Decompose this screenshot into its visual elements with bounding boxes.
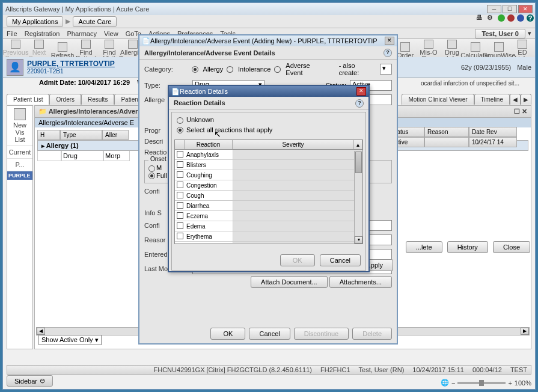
dialog1-cancel-button[interactable]: Cancel [249,328,290,340]
tab-next-icon[interactable]: ▶ [521,94,531,105]
print-icon[interactable]: 🖶 [476,14,485,22]
dialog1-close-icon[interactable]: ✕ [385,37,394,45]
severity-dropdown[interactable] [233,221,362,231]
reaction-th-name[interactable]: Reaction [185,140,233,149]
menu-registration[interactable]: Registration [25,30,60,37]
status-th-reason[interactable]: Reason [424,127,469,137]
dialog2-cancel-button[interactable]: Cancel [320,254,361,266]
zoom-out-icon[interactable]: − [451,379,455,387]
allergy-th-type[interactable]: Type [60,130,102,140]
tab-prev-icon[interactable]: ◀ [510,94,521,105]
sidebar-p[interactable]: P... [7,159,32,171]
scroll-right-icon[interactable]: ▶ [521,328,529,335]
reaction-row[interactable]: Anaphylaxis [175,150,362,160]
dialog1-help-icon[interactable]: ? [384,49,392,57]
attachments-button[interactable]: Attachments... [329,276,392,288]
onset-radio-full[interactable] [148,173,155,179]
dialog1-titlebar[interactable]: 📄 Allergy/Intolerance/Adverse Event (Add… [139,35,397,46]
reaction-row[interactable]: Congestion [175,180,362,191]
dropdown-icon[interactable]: ▾ [528,29,531,37]
delete-button[interactable]: ...lete [406,241,442,253]
reaction-row[interactable]: Blisters [175,160,362,170]
maximize-button[interactable]: ☐ [503,5,517,13]
also-create-dropdown[interactable]: ▾ [380,64,392,75]
attach-document-button[interactable]: Attach Document... [251,276,328,288]
reaction-scroll-up-icon[interactable]: ▴ [354,140,362,149]
menu-pharmacy[interactable]: Pharmacy [67,30,97,37]
radio-select-all[interactable] [177,127,183,133]
radio-unknown[interactable] [177,117,183,124]
radio-adverse-event[interactable] [274,66,281,73]
reaction-row[interactable]: Edema [175,221,362,231]
patient-name[interactable]: PURPLE, TTRTERTOVTIP [27,60,115,68]
dialog2-help-icon[interactable]: ? [355,99,364,108]
radio-allergy[interactable] [192,66,198,73]
reaction-row[interactable]: Eczema [175,211,362,221]
severity-dropdown[interactable] [233,180,362,190]
severity-dropdown[interactable] [233,191,362,200]
dialog2-titlebar[interactable]: 📄 Reaction Details ✕ [169,86,368,97]
reaction-checkbox[interactable] [177,222,183,229]
reaction-checkbox[interactable] [177,171,183,178]
status-green-icon[interactable] [498,14,505,22]
status-th-date[interactable]: Date Rev [469,127,517,137]
reaction-row[interactable]: Erythema [175,231,362,242]
reaction-row[interactable]: Diarrhea [175,201,362,211]
dialog2-close-icon[interactable]: ✕ [356,87,366,96]
status-red-icon[interactable] [507,14,515,22]
allergy-th-icon[interactable]: H [37,130,60,140]
severity-dropdown[interactable] [233,201,362,210]
help-icon[interactable]: ? [527,14,534,22]
severity-dropdown[interactable] [233,211,362,221]
zoom-slider[interactable] [457,382,506,384]
sidebar-new-visit[interactable]: New VisList [7,106,32,146]
status-cell-reason[interactable] [424,137,469,147]
severity-dropdown[interactable] [233,242,362,243]
reaction-scrollbar[interactable]: ▾ [354,151,362,243]
show-active-filter[interactable]: Show Active Only ▾ [38,335,102,345]
tab-orders[interactable]: Orders [49,94,81,105]
zoom-control[interactable]: 🌐 − + 100% [441,379,531,387]
severity-dropdown[interactable] [233,150,362,159]
severity-dropdown[interactable] [233,170,362,180]
allergy-th-allergen[interactable]: Aller [102,130,129,140]
onset-radio-m[interactable] [148,165,155,172]
reaction-checkbox[interactable] [177,151,183,158]
gear-icon[interactable]: ⚙ [487,14,495,22]
severity-dropdown[interactable] [233,160,362,170]
reaction-checkbox[interactable] [177,192,183,198]
reaction-checkbox[interactable] [177,243,183,243]
breadcrumb-module[interactable]: Acute Care [73,16,117,27]
menu-file[interactable]: File [7,30,17,37]
close-button-panel[interactable]: Close [493,241,530,253]
sidebar-toggle[interactable]: Sidebar ⊖ [7,375,53,387]
scrollbar-thumb[interactable] [355,152,362,173]
sidebar-current[interactable]: Current [7,146,32,159]
tab-results[interactable]: Results [81,94,114,105]
reaction-row[interactable]: Coughing [175,170,362,180]
tab-motion-viewer[interactable]: Motion Clinical Viewer [402,94,474,105]
reaction-th-severity[interactable]: Severity [233,140,354,149]
radio-intolerance[interactable] [227,66,233,73]
patient-photo-icon[interactable]: 👤 [7,59,23,76]
reaction-checkbox[interactable] [177,202,183,209]
allergy-row-type[interactable]: Drug [61,151,103,161]
reaction-row[interactable]: Fever [175,242,362,243]
status-cell-date[interactable]: 10/24/17 14 [469,137,517,147]
severity-dropdown[interactable] [233,231,362,241]
reaction-checkbox[interactable] [177,161,183,168]
history-button[interactable]: History [447,241,488,253]
minimize-button[interactable]: ─ [487,5,501,13]
sidebar-selected-patient[interactable]: PURPLE [7,171,32,180]
menu-view[interactable]: View [104,30,118,37]
reaction-scroll-down-icon[interactable]: ▾ [355,236,362,243]
zoom-in-icon[interactable]: + [508,379,512,387]
refresh-icon[interactable] [517,14,524,22]
reaction-checkbox[interactable] [177,212,183,219]
tab-timeline[interactable]: Timeline [474,94,510,105]
close-button[interactable]: ✕ [518,5,533,13]
reaction-checkbox[interactable] [177,182,183,188]
reaction-checkbox[interactable] [177,233,183,239]
breadcrumb-app[interactable]: My Applications [7,16,63,27]
tab-patient-list[interactable]: Patient List [7,94,49,105]
